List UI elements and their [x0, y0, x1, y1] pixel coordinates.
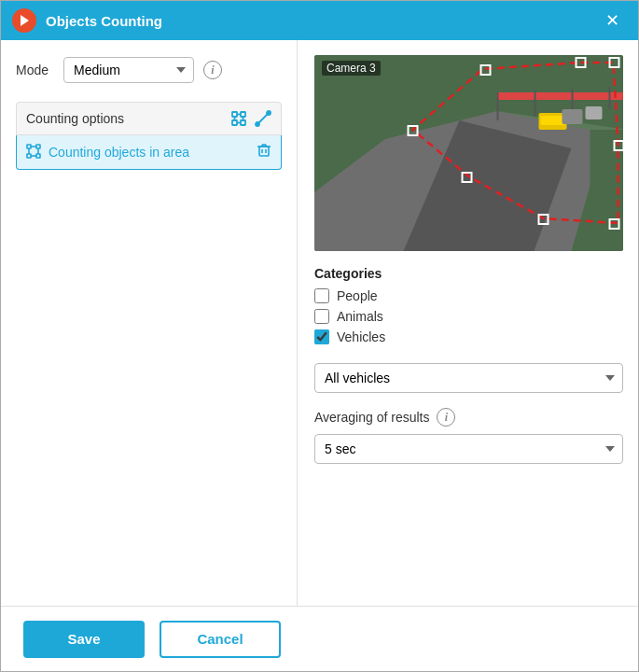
svg-rect-33: [497, 92, 624, 100]
counting-options-label: Counting options: [26, 111, 230, 126]
road-scene: [314, 55, 623, 251]
averaging-select[interactable]: 1 sec 2 sec 5 sec 10 sec 30 sec: [314, 434, 623, 464]
cancel-button[interactable]: Cancel: [160, 621, 281, 658]
svg-point-10: [256, 122, 259, 126]
mode-row: Mode Medium Low High i: [16, 57, 282, 83]
delete-area-icon[interactable]: [257, 143, 271, 161]
averaging-label: Averaging of results: [314, 410, 429, 425]
area-select-icon[interactable]: [230, 110, 247, 127]
animals-label: Animals: [337, 309, 383, 324]
averaging-row: Averaging of results i: [314, 408, 623, 427]
category-item-vehicles: Vehicles: [314, 329, 623, 344]
vehicles-checkbox[interactable]: [314, 329, 329, 344]
mode-select[interactable]: Medium Low High: [63, 57, 194, 83]
svg-rect-15: [36, 154, 40, 158]
svg-rect-2: [241, 112, 245, 117]
svg-rect-20: [259, 147, 269, 156]
categories-section: Categories People Animals Vehicles: [314, 266, 623, 350]
content-area: Mode Medium Low High i Counting options: [1, 40, 638, 606]
people-label: People: [337, 288, 378, 303]
play-icon: [18, 14, 31, 27]
dialog: Objects Counting ✕ Mode Medium Low High …: [0, 0, 639, 672]
camera-label: Camera 3: [322, 61, 381, 76]
averaging-info-icon[interactable]: i: [437, 408, 455, 427]
counting-area-item[interactable]: Counting objects in area: [16, 135, 282, 170]
close-button[interactable]: ✕: [598, 8, 627, 33]
svg-rect-14: [27, 154, 31, 158]
left-panel: Mode Medium Low High i Counting options: [1, 40, 298, 606]
people-checkbox[interactable]: [314, 288, 329, 303]
app-icon: [12, 8, 36, 33]
svg-rect-13: [36, 145, 40, 148]
counting-area-icon: [26, 144, 41, 161]
counting-area-label: Counting objects in area: [49, 145, 257, 160]
titlebar: Objects Counting ✕: [1, 1, 638, 40]
dialog-title: Objects Counting: [46, 13, 598, 29]
line-draw-icon[interactable]: [255, 110, 271, 127]
vehicles-dropdown-wrap: All vehicles Cars Trucks Motorcycles Bus…: [314, 363, 623, 393]
categories-title: Categories: [314, 266, 623, 281]
svg-rect-37: [609, 87, 611, 109]
vehicles-label: Vehicles: [337, 329, 385, 344]
counting-options-header[interactable]: Counting options: [16, 102, 282, 135]
animals-checkbox[interactable]: [314, 309, 329, 324]
mode-info-icon[interactable]: i: [203, 61, 222, 79]
svg-rect-41: [563, 109, 583, 124]
svg-rect-34: [497, 92, 499, 120]
footer: Save Cancel: [1, 606, 638, 671]
svg-rect-1: [232, 112, 237, 117]
right-panel: Camera 3: [298, 40, 638, 606]
svg-rect-4: [241, 120, 245, 125]
category-item-animals: Animals: [314, 309, 623, 324]
camera-preview: Camera 3: [314, 55, 623, 251]
svg-rect-35: [535, 91, 536, 117]
svg-rect-3: [232, 120, 237, 125]
svg-rect-42: [586, 106, 603, 119]
svg-point-11: [267, 111, 271, 115]
vehicles-select[interactable]: All vehicles Cars Trucks Motorcycles Bus…: [314, 363, 623, 393]
save-button[interactable]: Save: [23, 621, 145, 658]
mode-label: Mode: [16, 63, 49, 77]
header-icons: [230, 110, 271, 127]
svg-marker-0: [21, 15, 29, 26]
svg-rect-12: [27, 145, 31, 148]
svg-rect-40: [541, 116, 565, 125]
category-item-people: People: [314, 288, 623, 303]
